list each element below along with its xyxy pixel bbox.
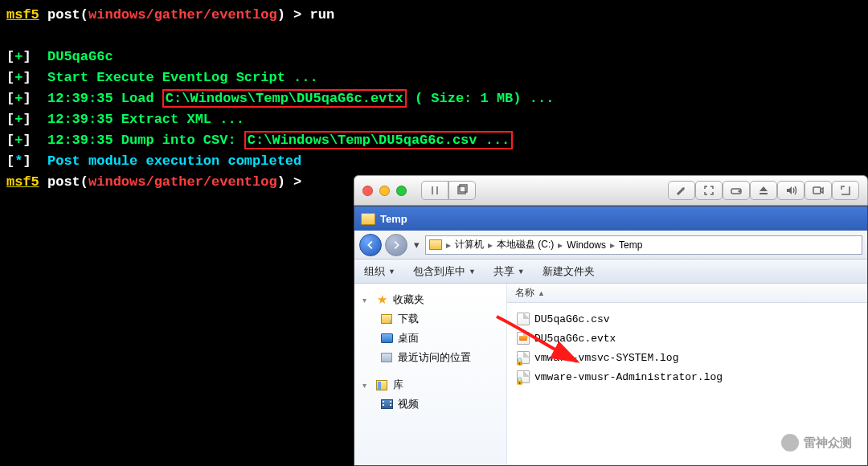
explorer-titlebar[interactable]: Temp: [354, 206, 867, 231]
svg-rect-7: [813, 187, 821, 194]
file-row-evtx[interactable]: DU5qaG6c.evtx: [507, 329, 867, 348]
column-header-row: 名称▲: [507, 284, 867, 303]
window-title: Temp: [380, 213, 407, 225]
folder-icon: [361, 213, 375, 225]
sidebar-libraries[interactable]: ▾ 库: [359, 375, 502, 394]
breadcrumb-temp[interactable]: Temp: [619, 239, 642, 251]
disk-icon[interactable]: [723, 181, 750, 200]
sound-icon[interactable]: [777, 181, 805, 200]
desktop-icon: [381, 333, 393, 343]
camera-icon[interactable]: [805, 181, 832, 200]
explorer-window: Temp ▾ ▸ 计算机 ▸ 本地磁盘 (C:) ▸ Windows ▸ Tem…: [354, 206, 868, 466]
traffic-minimize-icon[interactable]: [379, 186, 390, 196]
breadcrumb-windows[interactable]: Windows: [567, 239, 606, 251]
nav-back-button[interactable]: [359, 234, 382, 256]
file-evtx-icon: [517, 332, 530, 345]
svg-rect-6: [760, 193, 768, 194]
watermark-logo-icon: [781, 434, 799, 452]
eject-icon[interactable]: [750, 181, 777, 200]
watermark: 雷神众测: [781, 434, 852, 452]
recent-icon: [381, 353, 392, 362]
breadcrumb-sep-icon: ▸: [488, 239, 493, 251]
column-name[interactable]: 名称▲: [515, 286, 859, 300]
sidebar-videos[interactable]: 视频: [359, 394, 502, 414]
sidebar-recent[interactable]: 最近访问的位置: [359, 348, 502, 367]
sort-asc-icon: ▲: [538, 289, 545, 297]
toolbar-new-folder[interactable]: 新建文件夹: [542, 264, 595, 279]
nav-forward-button[interactable]: [385, 234, 407, 256]
nav-history-dropdown[interactable]: ▾: [411, 235, 422, 255]
svg-point-5: [739, 190, 740, 192]
file-log-lock-icon: [517, 351, 530, 364]
mac-window-toolbar: [354, 175, 868, 206]
breadcrumb-sep-icon: ▸: [558, 239, 563, 251]
video-icon: [381, 399, 393, 409]
address-bar[interactable]: ▸ 计算机 ▸ 本地磁盘 (C:) ▸ Windows ▸ Temp: [425, 235, 862, 255]
wrench-icon[interactable]: [668, 181, 695, 200]
explorer-toolbar: 组织▼ 包含到库中▼ 共享▼ 新建文件夹: [354, 260, 867, 284]
explorer-navbar: ▾ ▸ 计算机 ▸ 本地磁盘 (C:) ▸ Windows ▸ Temp: [354, 231, 867, 260]
file-row-csv[interactable]: DU5qaG6c.csv: [507, 309, 867, 329]
file-log-lock-icon: [517, 370, 530, 383]
more-icon[interactable]: [832, 181, 859, 200]
breadcrumb-drive[interactable]: 本地磁盘 (C:): [497, 238, 554, 251]
traffic-close-icon[interactable]: [362, 186, 373, 196]
downloads-icon: [381, 314, 392, 324]
sidebar-downloads[interactable]: 下载: [359, 309, 502, 329]
terminal-output: msf5 post(windows/gather/eventlog) > run…: [0, 0, 868, 198]
disclosure-icon[interactable]: ▾: [362, 381, 371, 390]
highlighted-path-evtx: C:\Windows\Temp\DU5qaG6c.evtx: [162, 89, 407, 108]
highlighted-path-csv: C:\Windows\Temp\DU5qaG6c.csv ...: [244, 131, 513, 149]
sidebar-favorites[interactable]: ▾ ★ 收藏夹: [359, 290, 502, 309]
toolbar-organize[interactable]: 组织▼: [364, 264, 395, 279]
toolbar-share[interactable]: 共享▼: [493, 264, 525, 279]
library-icon: [376, 380, 387, 390]
folder-icon: [429, 239, 442, 250]
star-icon: ★: [375, 293, 388, 306]
file-csv-icon: [517, 313, 530, 325]
breadcrumb-computer[interactable]: 计算机: [455, 238, 484, 251]
traffic-zoom-icon[interactable]: [396, 186, 407, 196]
fit-icon[interactable]: [695, 181, 723, 200]
pause-button[interactable]: [421, 181, 448, 200]
toolbar-include-library[interactable]: 包含到库中▼: [413, 264, 476, 279]
prompt-line-run: msf5 post(windows/gather/eventlog) > run: [6, 5, 862, 26]
file-row-log1[interactable]: vmware-vmsvc-SYSTEM.log: [507, 348, 867, 367]
breadcrumb-sep-icon: ▸: [610, 239, 615, 251]
sidebar-desktop[interactable]: 桌面: [359, 329, 502, 348]
disclosure-icon[interactable]: ▾: [362, 296, 371, 305]
explorer-sidebar: ▾ ★ 收藏夹 下载 桌面 最近访问的位置 ▾ 库: [354, 284, 507, 465]
breadcrumb-sep-icon: ▸: [446, 239, 451, 251]
windows-button[interactable]: [448, 181, 476, 200]
file-row-log2[interactable]: vmware-vmusr-Administrator.log: [507, 367, 867, 386]
